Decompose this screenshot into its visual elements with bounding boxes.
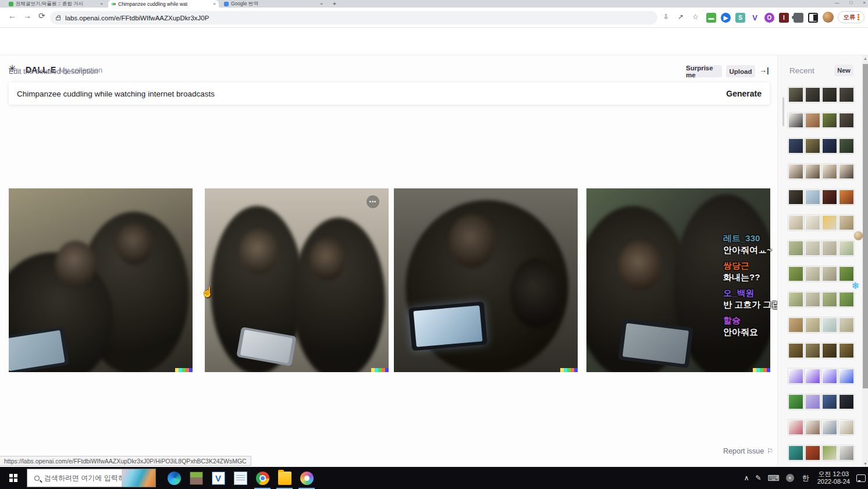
reload-icon[interactable]: ⟳: [38, 11, 45, 20]
collapse-sidebar-icon[interactable]: →|: [759, 66, 769, 74]
recent-thumbnail[interactable]: [822, 138, 837, 154]
scrollbar-thumb[interactable]: [863, 64, 868, 388]
recent-thumbnail[interactable]: [822, 317, 837, 333]
generated-image-1[interactable]: [9, 188, 193, 372]
recent-thumbnail[interactable]: [839, 292, 854, 307]
new-button[interactable]: New: [834, 65, 853, 76]
search-daily-image[interactable]: [122, 469, 155, 487]
sidebar-scrollbar[interactable]: ▲ ▼: [862, 55, 868, 467]
recent-thumbnail[interactable]: [805, 317, 820, 333]
recent-thumbnail[interactable]: [822, 292, 837, 307]
play-extension-icon[interactable]: ▶: [721, 13, 731, 23]
scroll-up-icon[interactable]: ▲: [863, 56, 868, 60]
recent-thumbnail[interactable]: [839, 87, 854, 102]
recent-thumbnail[interactable]: [788, 87, 803, 102]
recent-thumbnail[interactable]: [788, 190, 803, 205]
recent-thumbnail[interactable]: [822, 164, 837, 179]
prompt-input[interactable]: Chimpanzee cuddling while watching inter…: [17, 90, 726, 98]
recent-thumbnail[interactable]: [839, 190, 854, 205]
recent-thumbnail[interactable]: [788, 266, 803, 281]
recent-thumbnail[interactable]: [822, 343, 837, 358]
chrome-error-menu-button[interactable]: 오류: [838, 11, 865, 23]
recent-thumbnail[interactable]: [788, 292, 803, 307]
recent-thumbnail[interactable]: [839, 343, 854, 358]
forward-icon[interactable]: →: [23, 11, 31, 20]
recent-thumbnail[interactable]: [822, 445, 837, 461]
v-extension-icon[interactable]: V: [750, 13, 760, 23]
tab-close-icon[interactable]: ×: [213, 1, 216, 6]
taskbar-app-edge[interactable]: [163, 467, 185, 489]
i-extension-icon[interactable]: I: [779, 13, 789, 23]
browser-tab-2-active[interactable]: Chimpanzee cuddling while wat ×: [108, 0, 219, 8]
green-banner-extension-icon[interactable]: ▬: [706, 13, 716, 23]
tab-close-icon[interactable]: ×: [100, 1, 103, 6]
share-icon[interactable]: ↗: [678, 13, 684, 21]
korean-ime-indicator[interactable]: 한: [801, 473, 811, 484]
recent-thumbnail[interactable]: [788, 241, 803, 256]
recent-thumbnail[interactable]: [822, 394, 837, 409]
taskbar-search-box[interactable]: 검색하려면 여기에 입력하십시: [27, 469, 156, 487]
generated-image-3[interactable]: [394, 188, 578, 372]
recent-thumbnail[interactable]: [788, 317, 803, 333]
recent-thumbnail[interactable]: [839, 266, 854, 281]
address-bar[interactable]: labs.openai.com/e/FFtdbiWIfwAAZXupDkr3xJ…: [50, 11, 657, 24]
install-app-icon[interactable]: ⇩: [663, 13, 669, 21]
recent-thumbnail[interactable]: [788, 164, 803, 179]
report-issue-link[interactable]: Report issue ⚐: [723, 447, 773, 455]
recent-thumbnail[interactable]: [805, 369, 820, 384]
taskbar-app-vegas[interactable]: V: [207, 467, 229, 489]
generated-image-2[interactable]: •••: [205, 188, 389, 372]
taskbar-app-notepad[interactable]: [229, 467, 251, 489]
recent-thumbnail[interactable]: [788, 138, 803, 154]
recent-thumbnail[interactable]: [839, 215, 854, 230]
recent-thumbnail[interactable]: [839, 113, 854, 128]
recent-thumbnail[interactable]: [822, 87, 837, 102]
recent-thumbnail[interactable]: [805, 241, 820, 256]
window-close-icon[interactable]: ×: [863, 0, 866, 5]
browser-tab-3[interactable]: Google 번역 ×: [221, 0, 326, 8]
browser-tab-1[interactable]: 전체글보기,딱풀원 :: 종합 거시 ×: [6, 0, 106, 8]
image-options-button[interactable]: •••: [367, 195, 379, 208]
window-minimize-icon[interactable]: —: [834, 0, 839, 5]
recent-thumbnail[interactable]: [788, 394, 803, 409]
taskbar-app-paint[interactable]: [296, 467, 318, 489]
recent-thumbnail[interactable]: [788, 420, 803, 435]
recent-thumbnail[interactable]: [839, 164, 854, 179]
recent-thumbnail[interactable]: [788, 369, 803, 384]
recent-thumbnail[interactable]: [805, 292, 820, 307]
taskbar-app-explorer[interactable]: [273, 467, 296, 489]
recent-thumbnail[interactable]: [839, 138, 854, 154]
recent-thumbnail[interactable]: [788, 343, 803, 358]
back-icon[interactable]: ←: [8, 11, 16, 20]
upload-button[interactable]: Upload: [726, 65, 755, 77]
scroll-down-icon[interactable]: ▼: [863, 462, 868, 466]
recent-thumbnail[interactable]: [805, 343, 820, 358]
touch-keyboard-icon[interactable]: ⌨: [768, 473, 780, 483]
recent-thumbnail[interactable]: [788, 215, 803, 230]
recent-thumbnail[interactable]: [839, 420, 854, 435]
generated-image-4[interactable]: [586, 188, 770, 372]
window-maximize-icon[interactable]: □: [849, 0, 852, 5]
action-center-icon[interactable]: [856, 474, 866, 482]
browser-profile-avatar[interactable]: [823, 12, 834, 23]
recent-thumbnail[interactable]: [805, 266, 820, 281]
recent-thumbnail[interactable]: [822, 241, 837, 256]
recent-thumbnail[interactable]: [805, 215, 820, 230]
bookmark-star-icon[interactable]: ☆: [692, 13, 699, 21]
tray-chevron-icon[interactable]: ∧: [744, 474, 749, 482]
recent-thumbnail[interactable]: [822, 215, 837, 230]
ime-disabled-icon[interactable]: ×: [786, 474, 794, 482]
recent-thumbnail[interactable]: [822, 420, 837, 435]
s-extension-icon[interactable]: S: [735, 13, 745, 23]
recent-thumbnail[interactable]: [805, 113, 820, 128]
recent-thumbnail[interactable]: [805, 394, 820, 409]
recent-thumbnail[interactable]: [822, 369, 837, 384]
o-extension-icon[interactable]: O: [764, 13, 774, 23]
taskbar-clock[interactable]: 오전 12:03 2022-08-24: [817, 470, 850, 486]
recent-thumbnail[interactable]: [822, 113, 837, 128]
recent-thumbnail[interactable]: [805, 164, 820, 179]
recent-thumbnail[interactable]: [788, 113, 803, 128]
new-tab-button[interactable]: +: [333, 1, 336, 7]
recent-thumbnail[interactable]: [788, 445, 803, 461]
recent-thumbnail[interactable]: [839, 394, 854, 409]
